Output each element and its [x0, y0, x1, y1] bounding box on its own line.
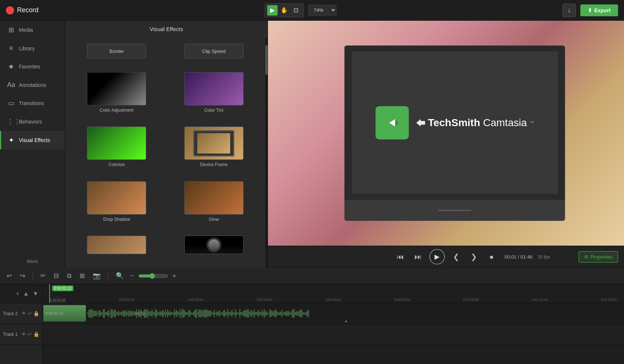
- waveform-bar: [171, 312, 171, 316]
- zoom-select[interactable]: 74% 50% 100% 150% 200%: [308, 5, 336, 16]
- record-button[interactable]: Record: [6, 6, 38, 14]
- snapshot-button[interactable]: 📷: [91, 270, 103, 281]
- scroll-down-button[interactable]: ▼: [32, 290, 39, 298]
- zoom-out-button[interactable]: 🔍: [114, 270, 126, 281]
- track2-lock-button[interactable]: 🔒: [33, 311, 39, 316]
- effect-border[interactable]: Border: [68, 41, 165, 69]
- waveform-bar: [235, 309, 236, 318]
- zoom-minus-button[interactable]: −: [128, 271, 136, 281]
- timeline-area: ↩ ↪ ✂ ⊟ ⧉ ⊞ 📷 🔍 − + + ▲ ▼ Track 2 �: [0, 268, 624, 364]
- marker-button[interactable]: ●: [485, 250, 498, 263]
- sidebar-item-behaviors[interactable]: ⋮⋮ Behaviors: [0, 112, 65, 131]
- waveform-bar: [219, 310, 220, 317]
- waveform-bar: [156, 310, 157, 317]
- effect-device-frame[interactable]: Device Frame: [165, 124, 263, 178]
- effect-drop-shadow[interactable]: Drop Shadow: [68, 178, 165, 233]
- waveform-bar: [103, 309, 104, 318]
- add-track-button[interactable]: +: [15, 290, 20, 298]
- effects-scroll[interactable]: [265, 38, 268, 268]
- sidebar-item-favorites[interactable]: ★ Favorites: [0, 57, 65, 76]
- track2-visibility-button[interactable]: 👁: [21, 311, 26, 316]
- sidebar-item-transitions[interactable]: ▭ Transitions: [0, 94, 65, 112]
- properties-button[interactable]: ⚙ Properties: [578, 251, 618, 263]
- effect-partial-2[interactable]: [165, 233, 263, 265]
- redo-button[interactable]: ↪: [18, 270, 27, 281]
- split-button[interactable]: ⊟: [51, 270, 61, 281]
- scroll-up-button[interactable]: ▲: [22, 290, 30, 298]
- track1-visibility-button[interactable]: 👁: [21, 331, 26, 337]
- prev-frame-button[interactable]: ❮: [449, 250, 463, 263]
- sidebar-item-library[interactable]: ≡ Library: [0, 39, 65, 57]
- hand-tool-button[interactable]: ✋: [279, 5, 289, 16]
- waveform-bar: [108, 310, 109, 317]
- step-back-button[interactable]: ⏮: [394, 250, 407, 263]
- effect-color-adjustment[interactable]: Color Adjustment: [68, 69, 165, 124]
- waveform-bar: [146, 310, 147, 317]
- export-icon: ⬆: [588, 7, 592, 13]
- sidebar-more[interactable]: More: [0, 255, 65, 268]
- zoom-plus-button[interactable]: +: [170, 271, 178, 281]
- waveform-bar: [113, 311, 114, 317]
- waveform-bar: [217, 312, 218, 315]
- waveform-bar: [249, 312, 250, 315]
- effect-color-adjustment-thumb: [87, 72, 146, 105]
- waveform-bar: [202, 311, 202, 316]
- step-forward-button[interactable]: ⏭: [412, 250, 425, 263]
- effect-glow-label: Glow: [209, 217, 219, 222]
- effects-grid: Border Clip Speed Color Adjustment: [65, 38, 265, 268]
- crop-tool-button[interactable]: ⊡: [291, 5, 301, 16]
- waveform-bar: [308, 311, 309, 316]
- insert-button[interactable]: ⊞: [77, 270, 87, 281]
- effect-color-adjustment-label: Color Adjustment: [100, 108, 134, 113]
- sidebar-label-media: Media: [19, 27, 33, 33]
- waveform-bar: [208, 310, 209, 316]
- waveform-bar: [228, 311, 229, 316]
- track2-audio: Video ▲: [86, 303, 624, 324]
- waveform-bar: [120, 313, 120, 314]
- download-button[interactable]: ↓: [563, 4, 576, 17]
- effect-colorize[interactable]: Colorize: [68, 124, 165, 178]
- waveform-bar: [224, 310, 225, 318]
- playback-bar: ⏮ ⏭ ▶ ❮ ❯ ● 00:01 / 01:46 30 fps ⚙ Prope…: [268, 246, 624, 268]
- track1-audio-button[interactable]: ↩: [28, 331, 32, 337]
- waveform-bar: [284, 312, 285, 316]
- waveform-bar: [222, 312, 222, 314]
- effect-colorize-label: Colorize: [108, 162, 125, 167]
- track2-audio-button[interactable]: ↩: [28, 311, 32, 316]
- waveform-bar: [148, 311, 149, 316]
- video-label: Video: [134, 311, 145, 316]
- export-button[interactable]: ⬆ Export: [580, 4, 618, 16]
- copy-button[interactable]: ⧉: [65, 271, 74, 281]
- waveform-bar: [87, 312, 88, 315]
- preview-area: TechSmith Camtasia ™ ⏮: [268, 21, 624, 268]
- effect-clip-speed[interactable]: Clip Speed: [165, 41, 263, 69]
- waveform-bar: [252, 310, 252, 317]
- track1-lock-button[interactable]: 🔒: [33, 331, 39, 337]
- track2-clip[interactable]: 0:00:01;13: [43, 305, 86, 321]
- sidebar-item-media[interactable]: ⊞ Media: [0, 21, 65, 39]
- sidebar-item-annotations[interactable]: Aa Annotations: [0, 76, 65, 94]
- undo-button[interactable]: ↩: [4, 270, 14, 281]
- effects-panel: Visual Effects Border Clip Speed: [65, 21, 268, 268]
- play-button[interactable]: ▶: [429, 249, 445, 264]
- waveform-bar: [188, 310, 189, 317]
- cut-button[interactable]: ✂: [38, 270, 48, 281]
- waveform-bar: [122, 311, 123, 316]
- playhead[interactable]: 0:00:01;13: [49, 284, 50, 303]
- record-dot: [6, 6, 14, 14]
- effect-color-tint-thumb: [184, 72, 244, 105]
- waveform-bar: [170, 311, 170, 316]
- waveform-bar: [254, 309, 255, 317]
- ruler-mark-6: 0:01:00;00: [463, 298, 479, 301]
- effect-glow[interactable]: Glow: [165, 178, 263, 233]
- zoom-slider[interactable]: [138, 273, 168, 279]
- effect-partial-1[interactable]: [68, 233, 165, 265]
- waveform-bar: [133, 311, 134, 317]
- timeline-header-controls: + ▲ ▼: [0, 284, 42, 303]
- effect-color-tint[interactable]: Color Tint: [165, 69, 263, 124]
- select-tool-button[interactable]: ▶: [267, 5, 278, 16]
- sidebar-item-visual-effects[interactable]: ✦ Visual Effects: [0, 131, 65, 149]
- next-frame-button[interactable]: ❯: [467, 250, 480, 263]
- waveform-bar: [91, 309, 91, 318]
- scroll-thumb: [265, 45, 268, 75]
